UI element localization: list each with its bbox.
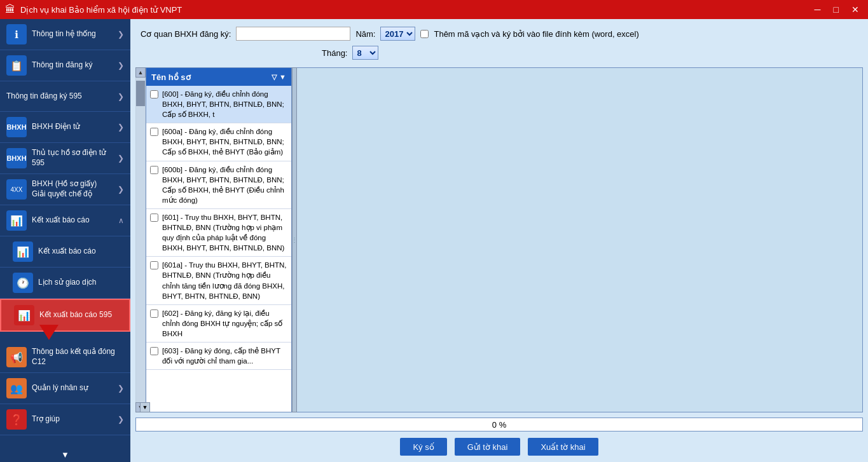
sidebar-item-thong-tin-dang-ky[interactable]: 📋 Thông tin đăng ký ❯ [0, 50, 130, 81]
scroll-track [136, 78, 145, 402]
hoso-check-601a[interactable] [150, 261, 158, 269]
sidebar-label-11: Quản lý nhân sự [32, 383, 113, 393]
sidebar-item-ket-xuat-bao-cao-595[interactable]: 📊 Kết xuất báo cáo 595 [0, 299, 130, 332]
sidebar-label-9: Kết xuất báo cáo 595 [39, 310, 123, 320]
hoso-item-603[interactable]: [603] - Đăng ký đóng, cấp thẻ BHYT đối v… [146, 343, 291, 370]
co-quan-input[interactable] [236, 27, 350, 41]
expand-icon[interactable]: ▼ [279, 73, 286, 81]
hoso-check-600[interactable] [150, 90, 158, 99]
svg-marker-0 [39, 325, 59, 340]
sidebar-icon-help: ❓ [6, 409, 27, 430]
sidebar-item-tro-giup[interactable]: ❓ Trợ giúp ❯ [0, 404, 130, 435]
chevron-icon-3: ❯ [118, 123, 124, 132]
them-ma-checkbox[interactable] [420, 30, 429, 38]
sidebar-icon-history: 🕐 [13, 273, 33, 293]
sidebar-label-3: BHXH Điện tử [32, 122, 113, 132]
sidebar-label-6: Kết xuất báo cáo [32, 215, 113, 226]
hoso-text-601: [601] - Truy thu BHXH, BHYT, BHTN, BHTNL… [162, 212, 287, 253]
hoso-item-600b[interactable]: [600b] - Đăng ký, điều chỉnh đóng BHXH, … [146, 161, 291, 209]
chevron-icon-11: ❯ [118, 384, 124, 393]
chevron-icon-2: ❯ [118, 92, 124, 101]
hoso-text-603: [603] - Đăng ký đóng, cấp thẻ BHYT đối v… [162, 346, 287, 366]
progress-bar-container: 0 % [135, 418, 863, 431]
hoso-item-600a[interactable]: [600a] - Đăng ký, điều chỉnh đóng BHXH, … [146, 123, 291, 161]
chevron-icon-4: ❯ [118, 154, 124, 163]
middle-area: ▲ ▼ Tên hồ sơ ▽ ▼ [135, 67, 863, 412]
sidebar-label-4: Thủ tục hồ sơ điện tử 595 [32, 148, 113, 168]
hoso-item-602[interactable]: [602] - Đăng ký, đăng ký lại, điều chỉnh… [146, 305, 291, 343]
hoso-item-601[interactable]: [601] - Truy thu BHXH, BHYT, BHTN, BHTNL… [146, 209, 291, 257]
sidebar-icon-folder: BHXH [6, 148, 27, 168]
sidebar-item-quan-ly-nhan-su[interactable]: 👥 Quản lý nhân sự ❯ [0, 373, 130, 404]
hoso-check-600b[interactable] [150, 166, 158, 174]
form-row-co-quan: Cơ quan BHXH đăng ký: Năm: 2017 2016 201… [141, 27, 858, 41]
sidebar-icon-report: 📊 [6, 210, 27, 231]
sidebar-icon-personnel: 👥 [6, 378, 27, 398]
scroll-up-btn[interactable]: ▲ [135, 67, 146, 78]
sidebar-label-10: Thông báo kết quả đóng C12 [32, 347, 124, 367]
sidebar-item-thu-tuc-ho-so[interactable]: BHXH Thủ tục hồ sơ điện tử 595 ❯ [0, 143, 130, 174]
sidebar-item-bhxh-dien-tu[interactable]: BHXH BHXH Điện tử ❯ [0, 112, 130, 143]
chevron-icon-1: ❯ [118, 61, 124, 70]
hoso-item-600[interactable]: [600] - Đăng ký, điều chỉnh đóng BHXH, B… [146, 86, 291, 123]
sidebar-item-thong-bao-ket-qua[interactable]: 📢 Thông báo kết quả đóng C12 [0, 342, 130, 373]
hoso-scroll-bottom[interactable]: ▼ [140, 402, 150, 412]
titlebar-controls[interactable]: ─ □ ✕ [811, 4, 863, 15]
gui-to-khai-button[interactable]: Gửi tờ khai [455, 438, 521, 456]
resize-handle[interactable]: ⋮ [292, 67, 297, 412]
sidebar-label-12: Trợ giúp [32, 414, 113, 425]
content-area: Cơ quan BHXH đăng ký: Năm: 2017 2016 201… [130, 19, 868, 462]
sidebar-icon-giai-quyet: 4XX [6, 179, 27, 200]
hoso-check-600a[interactable] [150, 128, 158, 136]
sidebar-label-1: Thông tin đăng ký [32, 60, 113, 71]
co-quan-label: Cơ quan BHXH đăng ký: [141, 29, 231, 39]
sidebar-scroll-down[interactable]: ▼ [0, 447, 130, 462]
hoso-check-601[interactable] [150, 214, 158, 222]
them-ma-label: Thêm mã vạch và ký bởi vào file đính kèm… [434, 29, 638, 39]
titlebar-left: 🏛 Dịch vụ khai Bảo hiểm xã hội điện tử V… [5, 4, 182, 15]
sidebar-item-thong-tin-he-thong[interactable]: ℹ Thông tin hệ thống ❯ [0, 19, 130, 50]
filter-icon[interactable]: ▽ [272, 73, 277, 81]
hoso-check-602[interactable] [150, 309, 158, 318]
sidebar-label-8: Lịch sử giao dịch [38, 278, 124, 288]
left-scrollbar[interactable]: ▲ ▼ [135, 67, 146, 412]
sidebar-icon-bhxh: BHXH [6, 117, 27, 137]
main-layout: ℹ Thông tin hệ thống ❯ 📋 Thông tin đăng … [0, 19, 868, 462]
chevron-icon-5: ❯ [118, 185, 124, 194]
nam-label: Năm: [355, 29, 375, 39]
sidebar-label-0: Thông tin hệ thống [32, 29, 113, 39]
xuat-to-khai-button[interactable]: Xuất tờ khai [528, 438, 598, 456]
hoso-header: Tên hồ sơ ▽ ▼ [146, 68, 291, 86]
right-content-panel [297, 67, 863, 412]
sidebar-icon-register: 📋 [6, 55, 27, 76]
thang-label: Tháng: [322, 48, 347, 58]
thang-select[interactable]: 8 1234 5679 101112 [352, 46, 378, 60]
hoso-text-600: [600] - Đăng ký, điều chỉnh đóng BHXH, B… [162, 89, 287, 119]
sidebar-item-bhxh-giai-quyet[interactable]: 4XX BHXH (Hồ sơ giấy) Giải quyết chế độ … [0, 174, 130, 205]
ky-so-button[interactable]: Ký số [400, 438, 446, 456]
chevron-icon-6: ∧ [118, 216, 124, 225]
minimize-button[interactable]: ─ [811, 4, 825, 15]
titlebar-title: Dịch vụ khai Bảo hiểm xã hội điện tử VNP… [20, 5, 182, 15]
chevron-icon-12: ❯ [118, 415, 124, 424]
close-button[interactable]: ✕ [848, 4, 863, 15]
form-row-thang: Tháng: 8 1234 5679 101112 [141, 46, 858, 60]
sidebar-item-ket-xuat-bao-cao[interactable]: 📊 Kết xuất báo cáo ∧ [0, 205, 130, 236]
maximize-button[interactable]: □ [830, 4, 843, 15]
hoso-item-601a[interactable]: [601a] - Truy thu BHXH, BHYT, BHTN, BHTN… [146, 257, 291, 304]
hoso-text-602: [602] - Đăng ký, đăng ký lại, điều chỉnh… [162, 308, 287, 339]
chevron-icon-0: ❯ [118, 30, 124, 39]
hoso-panel: Tên hồ sơ ▽ ▼ [600] - Đăng ký, điều chỉn… [146, 67, 292, 412]
hoso-check-603[interactable] [150, 347, 158, 355]
nam-select[interactable]: 2017 2016 2018 [380, 27, 415, 41]
bottom-area: 0 % Ký số Gửi tờ khai Xuất tờ khai [130, 412, 868, 462]
scroll-thumb[interactable] [136, 81, 145, 106]
sidebar-icon-report-595: 📊 [14, 305, 34, 325]
hoso-text-601a: [601a] - Truy thu BHXH, BHYT, BHTN, BHTN… [162, 260, 287, 301]
sidebar-item-ket-xuat-bao-cao-sub[interactable]: 📊 Kết xuất báo cáo [0, 236, 130, 268]
hoso-list: Tên hồ sơ ▽ ▼ [600] - Đăng ký, điều chỉn… [146, 67, 292, 412]
sidebar-item-lich-su-giao-dich[interactable]: 🕐 Lịch sử giao dịch [0, 268, 130, 299]
sidebar-item-thong-tin-dang-ky-595[interactable]: Thông tin đăng ký 595 ❯ [0, 81, 130, 112]
red-arrow-icon [39, 325, 59, 340]
sidebar-label-5: BHXH (Hồ sơ giấy) Giải quyết chế độ [32, 179, 113, 199]
